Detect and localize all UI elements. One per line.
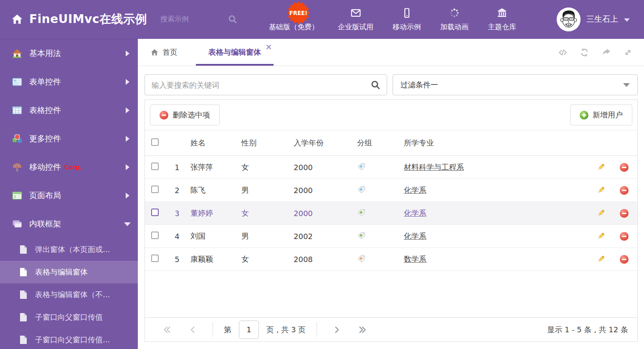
divider (317, 322, 317, 337)
sidebar-item-grid-controls[interactable]: 表格控件 (0, 96, 138, 125)
last-page-icon[interactable] (350, 325, 375, 334)
tag-icon[interactable] (357, 231, 366, 242)
table-row[interactable]: 1 张萍萍 女 2000 材料科学与工程系 (145, 156, 637, 179)
cell-name: 刘国 (187, 231, 238, 241)
row-number: 1 (167, 163, 187, 172)
sidebar-subitem-label: 子窗口向父窗口传值... (35, 335, 110, 345)
nav-label: 移动示例 (393, 22, 421, 32)
sidebar-subitem-label: 子窗口向父窗口传值 (35, 312, 103, 322)
edit-icon[interactable] (596, 232, 606, 241)
tab-grid-edit-window[interactable]: 表格与编辑窗体 (196, 39, 274, 66)
cell-year: 2000 (290, 186, 353, 195)
frames-icon (12, 219, 23, 229)
column-header-major[interactable]: 所学专业 (400, 138, 591, 148)
row-checkbox[interactable] (151, 232, 159, 239)
major-link[interactable]: 化学系 (404, 209, 426, 217)
sidebar-subitem-child-to-parent[interactable]: 子窗口向父窗口传值 (0, 306, 138, 329)
chevron-down-icon (124, 222, 131, 226)
tag-icon[interactable] (357, 254, 366, 265)
add-user-label: 新增用户 (593, 110, 623, 120)
column-header-name[interactable]: 姓名 (187, 138, 238, 148)
user-menu[interactable]: 三生石上 (557, 8, 644, 31)
column-header-group[interactable]: 分组 (353, 138, 400, 148)
table-row[interactable]: 3 董婷婷 女 2000 化学系 (145, 202, 637, 225)
sidebar-subitem-child-to-parent-2[interactable]: 子窗口向父窗口传值... (0, 329, 138, 349)
first-page-icon[interactable] (154, 325, 180, 334)
nav-item-enterprise-trial[interactable]: 企业版试用 (338, 7, 373, 32)
nav-item-loading-animation[interactable]: 加载动画 (440, 7, 469, 32)
cell-gender: 女 (238, 254, 290, 264)
major-link[interactable]: 数学系 (404, 255, 426, 263)
share-icon[interactable] (601, 47, 611, 58)
bank-icon (496, 7, 508, 19)
cell-gender: 男 (238, 185, 290, 195)
tag-icon[interactable] (357, 185, 366, 196)
row-number: 3 (167, 209, 187, 218)
nav-item-theme-repo[interactable]: 主题仓库 (488, 7, 516, 32)
edit-icon[interactable] (596, 186, 606, 195)
tag-icon[interactable] (357, 208, 366, 219)
add-user-button[interactable]: 新增用户 (570, 104, 632, 125)
filter-select[interactable]: 过滤条件一 (393, 74, 638, 95)
prev-page-icon[interactable] (180, 325, 206, 334)
sidebar-item-more-controls[interactable]: 更多控件 (0, 125, 138, 153)
sidebar-subitem-grid-edit-window-no[interactable]: 表格与编辑窗体（不... (0, 283, 138, 306)
tag-icon[interactable] (357, 162, 366, 173)
delete-row-icon[interactable] (620, 209, 629, 218)
close-icon[interactable] (266, 43, 271, 51)
sidebar-item-form-controls[interactable]: 表单控件 (0, 68, 138, 96)
page-number-input[interactable] (239, 321, 259, 339)
top-search-input[interactable] (160, 15, 227, 23)
chevron-right-icon (126, 136, 129, 142)
search-icon[interactable] (227, 14, 238, 25)
divider (213, 322, 213, 337)
sidebar-item-label: 内联框架 (29, 219, 61, 229)
table-row[interactable]: 5 康颖颖 女 2008 数学系 (145, 248, 637, 271)
column-header-gender[interactable]: 性别 (238, 138, 290, 148)
table-row[interactable]: 2 陈飞 男 2000 化学系 (145, 179, 637, 202)
sidebar-subitem-grid-edit-window[interactable]: 表格与编辑窗体 (0, 261, 138, 283)
sidebar-item-page-layout[interactable]: 页面布局 (0, 181, 138, 210)
major-link[interactable]: 化学系 (404, 232, 426, 240)
next-page-icon[interactable] (324, 325, 350, 334)
expand-icon[interactable] (623, 47, 633, 58)
cell-year: 2000 (290, 163, 353, 172)
sidebar-item-iframe[interactable]: 内联框架 (0, 210, 138, 238)
home-icon (150, 48, 159, 56)
tab-home[interactable]: 首页 (138, 39, 188, 66)
delete-row-icon[interactable] (620, 163, 629, 172)
row-number: 2 (167, 186, 187, 195)
sidebar-item-mobile-controls[interactable]: 移动控件 Corp. (0, 153, 138, 181)
delete-row-icon[interactable] (620, 255, 629, 264)
sidebar-item-label: 基本用法 (29, 48, 61, 59)
brand[interactable]: FineUIMvc在线示例 (0, 11, 147, 27)
edit-icon[interactable] (596, 209, 606, 218)
row-checkbox[interactable] (151, 209, 159, 216)
chevron-right-icon (126, 51, 129, 56)
sidebar-subitem-label: 弹出窗体（本页面或... (35, 245, 110, 255)
sidebar-item-basic-usage[interactable]: 基本用法 (0, 39, 138, 68)
house-icon (12, 48, 23, 59)
search-icon[interactable] (370, 79, 381, 90)
keyword-search-input[interactable] (152, 81, 370, 89)
edit-icon[interactable] (596, 163, 606, 172)
delete-row-icon[interactable] (620, 232, 629, 241)
table-icon (12, 105, 23, 116)
delete-row-icon[interactable] (620, 186, 629, 195)
major-link[interactable]: 材料科学与工程系 (404, 163, 464, 171)
table-row[interactable]: 4 刘国 男 2002 化学系 (145, 225, 637, 248)
refresh-icon[interactable] (579, 47, 590, 58)
delete-selected-button[interactable]: 删除选中项 (150, 104, 220, 125)
edit-icon[interactable] (596, 255, 606, 264)
nav-item-mobile-demo[interactable]: 移动示例 (393, 7, 421, 32)
grid-toolbar: 删除选中项 新增用户 (145, 100, 637, 130)
code-icon[interactable] (558, 47, 568, 58)
major-link[interactable]: 化学系 (404, 186, 426, 194)
sidebar-subitem-popup-window[interactable]: 弹出窗体（本页面或... (0, 238, 138, 261)
row-checkbox[interactable] (151, 255, 159, 262)
row-checkbox[interactable] (151, 163, 159, 170)
column-header-year[interactable]: 入学年份 (290, 138, 353, 148)
row-checkbox[interactable] (151, 186, 159, 193)
filter-select-value: 过滤条件一 (401, 80, 623, 90)
select-all-checkbox[interactable] (151, 138, 159, 146)
